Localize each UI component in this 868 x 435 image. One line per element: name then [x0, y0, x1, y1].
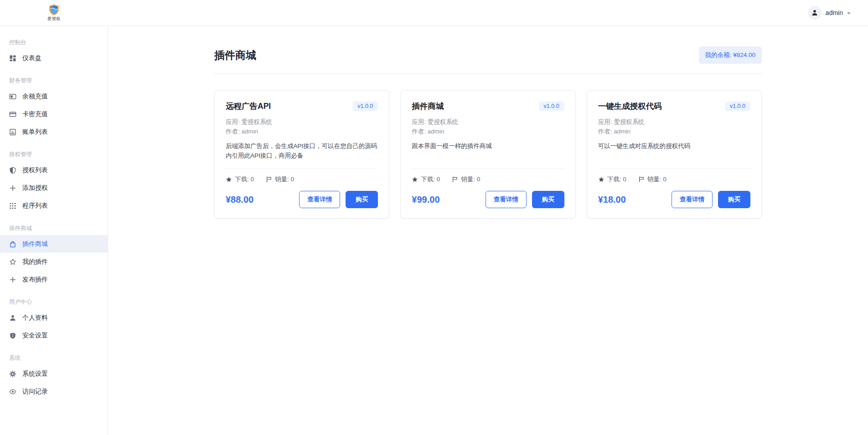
nav-section-label: 插件商城 — [0, 225, 108, 232]
plugin-card: 远程广告API v1.0.0 应用: 爱授权系统 作者: admin 后端添加广… — [214, 90, 389, 219]
version-badge: v1.0.0 — [352, 101, 378, 111]
nav-section-label: 控制台 — [0, 39, 108, 46]
sidebar-item-my-plugins[interactable]: 我的插件 — [0, 253, 108, 271]
sidebar-item-label: 访问记录 — [22, 388, 48, 396]
star-icon — [412, 176, 418, 183]
price: ¥88.00 — [226, 194, 253, 205]
downloads-label: 下载: 0 — [235, 175, 254, 184]
nav-section-console: 控制台 仪表盘 — [0, 39, 108, 67]
sidebar-item-balance-recharge[interactable]: 余额充值 — [0, 87, 108, 105]
downloads-stat: 下载: 0 — [226, 175, 254, 184]
nav-section-label: 财务管理 — [0, 77, 108, 85]
user-icon — [811, 9, 818, 16]
sidebar-item-label: 卡密充值 — [22, 110, 48, 118]
logo-box: 爱授权 — [0, 4, 108, 22]
plugin-author: 作者: admin — [412, 127, 564, 136]
sidebar: 控制台 仪表盘 财务管理 余额充值 卡密充值 账单列表 — [0, 26, 108, 435]
sales-label: 销量: 0 — [647, 175, 666, 184]
nav-section-system: 系统 系统设置 访问记录 — [0, 354, 108, 400]
view-details-button[interactable]: 查看详情 — [672, 191, 713, 208]
user-menu[interactable]: admin — [808, 6, 851, 20]
price: ¥99.00 — [412, 194, 439, 205]
sidebar-item-label: 程序列表 — [22, 202, 48, 210]
card-divider — [226, 168, 378, 169]
plugin-card-grid: 远程广告API v1.0.0 应用: 爱授权系统 作者: admin 后端添加广… — [214, 90, 762, 219]
security-shield-icon — [9, 332, 16, 339]
balance-badge: 我的余额: ¥824.00 — [699, 46, 762, 64]
sidebar-item-label: 授权列表 — [22, 166, 48, 174]
sidebar-item-label: 插件商城 — [22, 240, 48, 248]
star-icon — [226, 176, 232, 183]
sidebar-item-label: 安全设置 — [22, 332, 48, 340]
sidebar-item-program-list[interactable]: 程序列表 — [0, 197, 108, 215]
bag-icon — [9, 241, 16, 248]
plugin-title: 插件商城 — [412, 101, 444, 112]
sidebar-item-publish-plugin[interactable]: 发布插件 — [0, 271, 108, 288]
page-title-row: 插件商城 我的余额: ¥824.00 — [214, 46, 762, 64]
plugin-stats: 下载: 0 销量: 0 — [598, 175, 750, 184]
bill-icon — [9, 128, 16, 136]
sidebar-item-label: 个人资料 — [22, 314, 48, 322]
sidebar-item-label: 系统设置 — [22, 370, 48, 378]
version-badge: v1.0.0 — [539, 101, 564, 111]
avatar — [808, 6, 822, 20]
username: admin — [826, 9, 843, 16]
sidebar-item-add-license[interactable]: 添加授权 — [0, 179, 108, 197]
plugin-app: 应用: 爱授权系统 — [598, 117, 750, 127]
page-title: 插件商城 — [214, 48, 256, 62]
nav-section-plugin-market: 插件商城 插件商城 我的插件 发布插件 — [0, 225, 108, 288]
star-icon — [598, 176, 604, 183]
downloads-stat: 下载: 0 — [412, 175, 440, 184]
sidebar-item-profile[interactable]: 个人资料 — [0, 309, 108, 327]
sales-label: 销量: 0 — [275, 175, 294, 184]
header-right: admin — [108, 6, 868, 20]
plugin-author: 作者: admin — [226, 127, 378, 136]
buy-button[interactable]: 购买 — [346, 191, 378, 208]
plugin-description: 后端添加广告后，会生成API接口，可以在您自己的源码内引用此API接口，商用必备 — [226, 141, 378, 162]
apps-icon — [9, 202, 16, 210]
downloads-label: 下载: 0 — [421, 175, 440, 184]
star-icon — [9, 258, 16, 266]
plugin-card: 插件商城 v1.0.0 应用: 爱授权系统 作者: admin 跟本界面一模一样… — [400, 90, 575, 219]
sales-stat: 销量: 0 — [638, 175, 666, 184]
sidebar-item-label: 我的插件 — [22, 258, 48, 266]
sidebar-item-label: 添加授权 — [22, 184, 48, 192]
gear-icon — [9, 370, 16, 378]
view-details-button[interactable]: 查看详情 — [299, 191, 340, 208]
dashboard-icon — [9, 55, 16, 62]
card-divider — [598, 168, 750, 169]
top-header: 爱授权 admin — [0, 0, 868, 26]
plugin-title: 远程广告API — [226, 101, 271, 112]
sidebar-item-dashboard[interactable]: 仪表盘 — [0, 49, 108, 67]
view-details-button[interactable]: 查看详情 — [486, 191, 527, 208]
plus-icon — [9, 276, 16, 283]
sidebar-item-label: 账单列表 — [22, 128, 48, 136]
sidebar-item-license-list[interactable]: 授权列表 — [0, 161, 108, 179]
sidebar-item-system-settings[interactable]: 系统设置 — [0, 365, 108, 383]
price: ¥18.00 — [598, 194, 626, 205]
plugin-stats: 下载: 0 销量: 0 — [412, 175, 564, 184]
flag-icon — [452, 176, 458, 183]
sidebar-item-bill-list[interactable]: 账单列表 — [0, 123, 108, 141]
flag-icon — [266, 176, 272, 183]
sidebar-item-access-log[interactable]: 访问记录 — [0, 383, 108, 400]
sidebar-item-card-recharge[interactable]: 卡密充值 — [0, 105, 108, 123]
card-icon — [9, 111, 16, 118]
nav-section-label: 授权管理 — [0, 151, 108, 159]
plugin-app: 应用: 爱授权系统 — [412, 117, 564, 127]
sales-stat: 销量: 0 — [266, 175, 294, 184]
user-icon — [9, 314, 16, 322]
nav-section-user-center: 用户中心 个人资料 安全设置 — [0, 298, 108, 344]
sidebar-item-label: 仪表盘 — [22, 54, 41, 62]
buy-button[interactable]: 购买 — [532, 191, 564, 208]
sidebar-item-plugin-market[interactable]: 插件商城 — [0, 235, 108, 253]
buy-button[interactable]: 购买 — [718, 191, 750, 208]
sales-label: 销量: 0 — [461, 175, 480, 184]
app-logo[interactable]: 爱授权 — [47, 4, 61, 22]
plugin-stats: 下载: 0 销量: 0 — [226, 175, 378, 184]
plugin-app: 应用: 爱授权系统 — [226, 117, 378, 127]
main-content: 插件商城 我的余额: ¥824.00 远程广告API v1.0.0 应用: 爱授… — [108, 0, 868, 219]
logo-text: 爱授权 — [47, 16, 61, 22]
sidebar-item-security-settings[interactable]: 安全设置 — [0, 327, 108, 344]
downloads-label: 下载: 0 — [607, 175, 626, 184]
